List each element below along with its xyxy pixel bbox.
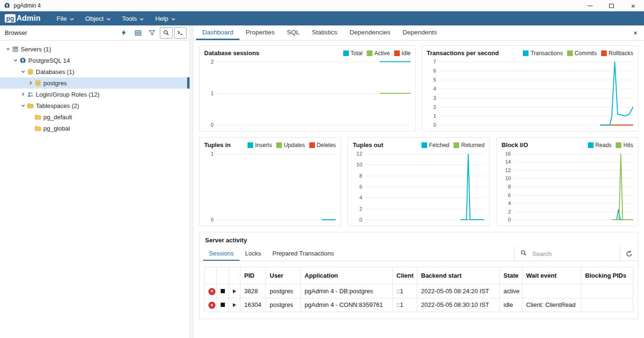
psql-tool-icon[interactable] [174,27,187,39]
legend-deletes: Deletes [309,142,336,148]
chart-plot-area [514,152,633,221]
col-header-state: State [500,267,522,284]
chart-legend: TransactionsCommitsRollbacks [523,50,633,57]
chevron-down-icon[interactable] [11,58,19,63]
y-tick-label: 1 [211,151,214,157]
view-data-icon[interactable] [132,27,144,39]
window-title: pgAdmin 4 [14,2,41,9]
cell-user: postgres [266,298,301,312]
chart-title: Block I/O [502,141,528,148]
chart-series-svg [365,152,484,221]
y-tick-label: 5 [433,77,436,82]
search-objects-icon[interactable] [160,27,173,39]
menu-file[interactable]: File [51,11,80,25]
tab-properties[interactable]: Properties [239,25,281,40]
server-activity-tabs-row: SessionsLocksPrepared Transactions [199,247,638,261]
tree-item-databases-1[interactable]: Databases (1) [0,66,190,77]
chart-body: 76543210 [427,60,633,126]
tree-item-servers-1[interactable]: Servers (1) [0,43,190,55]
col-header-icon-0 [205,267,217,284]
legend-swatch [343,50,349,56]
chart-body: 10 [204,152,336,221]
table-row[interactable]: ×3828postgrespgAdmin 4 - DB:postgres::12… [205,284,633,298]
refresh-icon[interactable] [620,247,638,261]
close-icon[interactable]: × [622,0,644,11]
tree-item-postgresql-14[interactable]: PostgreSQL 14 [0,55,190,66]
chart-transactions-per-second: Transactions per secondTransactionsCommi… [421,45,638,132]
cancel-icon[interactable] [217,298,229,312]
server-activity-tab-prepared-transactions[interactable]: Prepared Transactions [267,247,340,261]
chevron-down-icon [107,15,111,22]
chart-title: Transactions per second [427,49,499,57]
cancel-icon[interactable] [217,284,229,298]
tree-item-login-group-roles-12[interactable]: Login/Group Roles (12) [0,89,190,100]
y-tick-label: 0 [211,217,214,223]
col-header-application: Application [301,267,393,284]
tab-dashboard[interactable]: Dashboard [196,25,239,40]
table-header-row: PIDUserApplicationClientBackend startSta… [205,267,633,284]
details-expander-icon[interactable] [229,284,240,298]
legend-swatch [367,50,372,56]
chart-tuples-in: Tuples inInsertsUpdatesDeletes10 [199,137,341,226]
sessions-table-wrap: PIDUserApplicationClientBackend startSta… [199,261,638,319]
y-tick-label: 4 [508,200,511,206]
menu-tools[interactable]: Tools [116,11,150,25]
y-tick-label: 1 [211,91,214,96]
logo-pg: pg [5,14,16,23]
tree-item-tablespaces-2[interactable]: Tablespaces (2) [0,100,190,111]
legend-reads: Reads [588,142,612,148]
legend-swatch [394,50,400,56]
tab-dependents[interactable]: Dependents [396,25,443,40]
legend-label: Deletes [317,142,336,148]
database-icon [34,80,43,87]
tree-item-pg-global[interactable]: pg_global [0,123,190,134]
legend-label: Inserts [255,142,272,148]
menu-object[interactable]: Object [80,11,116,25]
chart-database-sessions: Database sessionsTotalActiveIdle210 [199,45,416,132]
tree-item-pg-default[interactable]: pg_default [0,111,190,123]
chart-legend: ReadsHits [588,142,633,148]
chevron-right-icon[interactable] [19,92,27,97]
y-tick-label: 0 [359,217,362,223]
server-icon [12,46,21,53]
tab-dependencies[interactable]: Dependencies [344,25,396,40]
terminate-icon[interactable]: × [205,284,217,298]
panel-splitter[interactable] [190,25,193,338]
y-axis-labels: 121086420 [353,152,365,221]
y-tick-label: 2 [433,104,436,110]
chevron-down-icon[interactable] [4,47,12,51]
cell-backend-start: 2022-05-05 08:24:20 IST [417,284,500,298]
browser-header: Browser [0,25,190,41]
legend-returned: Returned [454,142,484,148]
cell-blocking-pids [581,284,633,298]
query-tool-icon[interactable] [117,27,130,39]
tab-sql[interactable]: SQL [281,25,306,40]
legend-fetched: Fetched [421,142,449,148]
server-activity-tab-sessions[interactable]: Sessions [203,247,239,261]
table-row[interactable]: ×16304postgrespgAdmin 4 - CONN:8359761::… [205,298,633,312]
details-expander-icon[interactable] [229,298,240,312]
legend-swatch [421,142,427,148]
menu-help[interactable]: Help [149,11,181,25]
filtered-rows-icon[interactable] [146,27,158,39]
y-tick-label: 0 [433,122,436,128]
maximize-icon[interactable] [601,0,622,11]
server-activity-section: Server activity SessionsLocksPrepared Tr… [199,232,638,319]
search-input[interactable] [531,250,614,258]
y-tick-label: 12 [356,151,362,157]
col-header-icon-2 [229,267,240,284]
tree-item-postgres[interactable]: postgres [0,77,190,89]
chevron-down-icon[interactable] [19,103,27,108]
server-activity-tab-locks[interactable]: Locks [239,247,267,261]
col-header-wait-event: Wait event [522,267,581,284]
search-icon [520,249,527,258]
legend-swatch [309,142,315,148]
close-panel-icon[interactable]: × [633,25,637,40]
tab-statistics[interactable]: Statistics [306,25,344,40]
minimize-icon[interactable] [579,0,601,11]
chart-plot-area [217,60,411,126]
terminate-icon[interactable]: × [205,298,217,312]
chevron-down-icon[interactable] [19,69,27,74]
chevron-right-icon[interactable] [26,81,34,85]
cell-blocking-pids [581,298,633,312]
